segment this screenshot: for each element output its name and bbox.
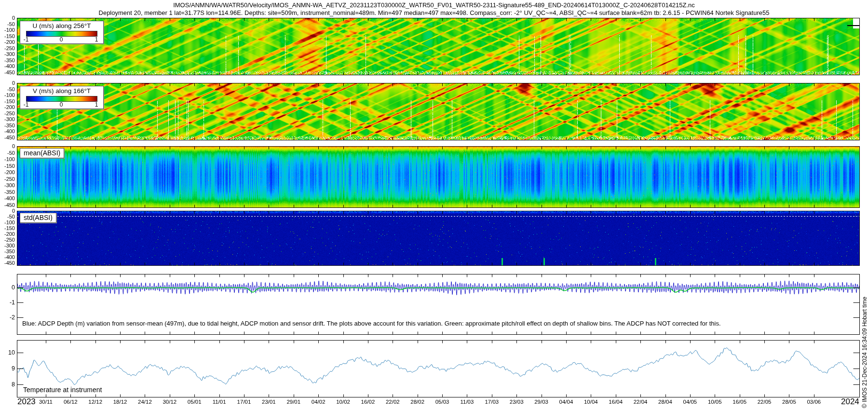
y-tick-label: -250: [0, 110, 15, 116]
x-tick-label: 22/05: [758, 399, 772, 405]
legend-v-title: V (m/s) along 166°T: [20, 87, 103, 95]
temperature-label: Temperature at instrument: [23, 386, 102, 394]
x-tick-label: 12/12: [88, 399, 102, 405]
y-tick-label: -100: [0, 27, 15, 33]
x-tick-label: 30/12: [163, 399, 176, 405]
y-tick-label: -400: [0, 254, 15, 260]
y-tick-label: -150: [0, 163, 15, 169]
y-tick-label: -250: [0, 176, 15, 182]
x-tick-label: 10/02: [336, 399, 350, 405]
y-tick-label: -250: [0, 45, 15, 51]
y-tick-label: -450: [0, 69, 15, 75]
x-tick-label: 18/12: [113, 399, 127, 405]
legend-v: V (m/s) along 166°T -1 0 1: [20, 86, 104, 109]
x-tick-label: 24/12: [138, 399, 152, 405]
x-tick-label: 28/02: [410, 399, 424, 405]
depth-caption: Blue: ADCP Depth (m) variation from sens…: [22, 320, 721, 327]
y-tick-label: -100: [0, 219, 15, 225]
x-tick-label: 28/04: [658, 399, 672, 405]
figure-title: IMOS/ANMN/WA/WATR50/Velocity/IMOS_ANMN-W…: [0, 1, 868, 9]
x-tick-label: 03/06: [807, 399, 821, 405]
x-tick-label: 17/01: [237, 399, 251, 405]
y-tick-label: -300: [0, 182, 15, 188]
x-tick-label: 29/01: [286, 399, 300, 405]
y-tick-label: -250: [0, 237, 15, 243]
x-tick-label: 22/02: [386, 399, 400, 405]
y-tick-label: -300: [0, 51, 15, 57]
y-tick-label: 0: [0, 15, 15, 21]
y-tick-label: -450: [0, 135, 15, 140]
x-tick-label: 23/01: [262, 399, 276, 405]
y-tick-label: 0: [0, 143, 15, 149]
x-tick-label: 29/03: [534, 399, 548, 405]
y-tick-label: -50: [0, 86, 15, 92]
colorbar-tick-zero: 0: [60, 101, 63, 108]
y-tick-label: -450: [0, 260, 15, 266]
x-tick-label: 16/02: [361, 399, 375, 405]
y-tick-label: -400: [0, 63, 15, 69]
y-tick-label: -50: [0, 150, 15, 156]
colorbar-tick-min: -1: [24, 36, 29, 43]
plot-canvas: [0, 0, 868, 410]
label-mean-absi: mean(ABSI): [20, 148, 64, 158]
y-tick-label: -350: [0, 57, 15, 63]
imos-watermark: © IMOS 21-Dec-2024 16:34:09 Hobart time: [861, 297, 868, 408]
y-tick-label: -200: [0, 39, 15, 45]
x-tick-label: 10/04: [584, 399, 598, 405]
y-tick-label: -350: [0, 123, 15, 128]
legend-u: U (m/s) along 256°T -1 0 1: [20, 21, 104, 44]
figure-subtitle: Deployment 20, member 1 lat=31.77S lon=1…: [0, 9, 868, 16]
x-tick-label: 22/04: [634, 399, 648, 405]
x-tick-label: 16/04: [609, 399, 623, 405]
y-tick-label: -350: [0, 189, 15, 195]
x-tick-label: 04/05: [683, 399, 697, 405]
y-tick-label: -450: [0, 202, 15, 208]
x-tick-label: 04/04: [559, 399, 573, 405]
x-tick-label: 04/02: [312, 399, 326, 405]
y-tick-label: -1: [0, 299, 15, 306]
x-tick-label: 11/01: [213, 399, 226, 405]
label-std-absi: std(ABSI): [20, 213, 56, 223]
y-tick-label: -300: [0, 243, 15, 248]
y-tick-label: 0: [0, 284, 15, 291]
y-tick-label: -150: [0, 33, 15, 39]
x-tick-label: 23/03: [510, 399, 524, 405]
y-tick-label: -50: [0, 214, 15, 219]
x-tick-label: 05/01: [188, 399, 202, 405]
y-tick-label: -300: [0, 116, 15, 122]
x-tick-label: 11/03: [460, 399, 474, 405]
x-axis-year-2024: 2024: [841, 397, 859, 407]
y-tick-label: -50: [0, 21, 15, 27]
x-axis-year-2023: 2023: [17, 397, 36, 407]
legend-u-title: U (m/s) along 256°T: [20, 22, 103, 29]
y-tick-label: -200: [0, 169, 15, 175]
y-tick-label: 9: [0, 365, 15, 372]
y-tick-label: -100: [0, 92, 15, 98]
x-tick-label: 30/11: [39, 399, 53, 405]
colorbar-tick-max: 1: [95, 101, 98, 108]
y-tick-label: 0: [0, 208, 15, 214]
y-tick-label: 0: [0, 80, 15, 86]
y-tick-label: 10: [0, 349, 15, 356]
y-tick-label: -400: [0, 128, 15, 134]
x-tick-label: 17/03: [485, 399, 499, 405]
x-tick-label: 28/05: [782, 399, 796, 405]
y-tick-label: -350: [0, 248, 15, 254]
x-tick-label: 16/05: [732, 399, 746, 405]
y-tick-label: -150: [0, 225, 15, 231]
x-tick-label: 10/05: [708, 399, 722, 405]
y-tick-label: 8: [0, 381, 15, 388]
x-tick-label: 05/03: [435, 399, 449, 405]
y-tick-label: -200: [0, 231, 15, 237]
x-tick-label: 06/12: [64, 399, 78, 405]
y-tick-label: -100: [0, 156, 15, 162]
figure: IMOS/ANMN/WA/WATR50/Velocity/IMOS_ANMN-W…: [0, 0, 868, 410]
y-tick-label: -400: [0, 195, 15, 201]
colorbar-tick-max: 1: [95, 36, 98, 43]
colorbar-tick-min: -1: [24, 101, 29, 108]
colorbar-tick-zero: 0: [60, 36, 63, 43]
y-tick-label: -150: [0, 98, 15, 104]
y-tick-label: -200: [0, 104, 15, 110]
y-tick-label: -2: [0, 314, 15, 321]
